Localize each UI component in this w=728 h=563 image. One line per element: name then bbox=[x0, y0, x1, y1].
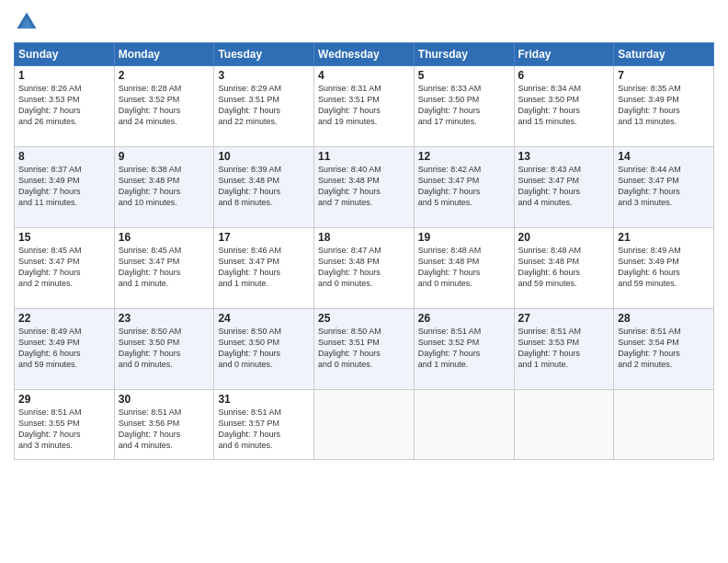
day-info: Sunrise: 8:44 AM Sunset: 3:47 PM Dayligh… bbox=[618, 164, 710, 209]
day-info: Sunrise: 8:51 AM Sunset: 3:57 PM Dayligh… bbox=[218, 407, 310, 452]
day-number: 28 bbox=[618, 312, 710, 325]
calendar-cell: 25Sunrise: 8:50 AM Sunset: 3:51 PM Dayli… bbox=[314, 309, 415, 390]
calendar-cell: 13Sunrise: 8:43 AM Sunset: 3:47 PM Dayli… bbox=[514, 147, 614, 228]
calendar-week-3: 15Sunrise: 8:45 AM Sunset: 3:47 PM Dayli… bbox=[15, 228, 714, 309]
calendar-cell: 10Sunrise: 8:39 AM Sunset: 3:48 PM Dayli… bbox=[214, 147, 314, 228]
calendar-cell: 11Sunrise: 8:40 AM Sunset: 3:48 PM Dayli… bbox=[314, 147, 415, 228]
day-info: Sunrise: 8:37 AM Sunset: 3:49 PM Dayligh… bbox=[18, 164, 110, 209]
day-number: 24 bbox=[218, 312, 310, 325]
day-info: Sunrise: 8:33 AM Sunset: 3:50 PM Dayligh… bbox=[418, 83, 510, 128]
calendar-cell: 8Sunrise: 8:37 AM Sunset: 3:49 PM Daylig… bbox=[15, 147, 115, 228]
calendar-cell: 1Sunrise: 8:26 AM Sunset: 3:53 PM Daylig… bbox=[15, 66, 115, 147]
day-number: 18 bbox=[318, 231, 410, 244]
day-number: 5 bbox=[418, 69, 510, 82]
calendar-cell: 9Sunrise: 8:38 AM Sunset: 3:48 PM Daylig… bbox=[114, 147, 214, 228]
day-number: 26 bbox=[418, 312, 510, 325]
day-number: 21 bbox=[618, 231, 710, 244]
logo bbox=[14, 9, 41, 35]
day-info: Sunrise: 8:38 AM Sunset: 3:48 PM Dayligh… bbox=[119, 164, 210, 209]
day-info: Sunrise: 8:40 AM Sunset: 3:48 PM Dayligh… bbox=[318, 164, 410, 209]
day-number: 12 bbox=[418, 150, 510, 163]
day-number: 25 bbox=[318, 312, 410, 325]
calendar-cell: 3Sunrise: 8:29 AM Sunset: 3:51 PM Daylig… bbox=[214, 66, 314, 147]
calendar-week-1: 1Sunrise: 8:26 AM Sunset: 3:53 PM Daylig… bbox=[15, 66, 714, 147]
weekday-header-friday: Friday bbox=[514, 43, 614, 66]
day-number: 20 bbox=[518, 231, 610, 244]
day-number: 3 bbox=[218, 69, 310, 82]
calendar-cell: 4Sunrise: 8:31 AM Sunset: 3:51 PM Daylig… bbox=[314, 66, 415, 147]
day-number: 9 bbox=[119, 150, 210, 163]
day-number: 1 bbox=[18, 69, 110, 82]
day-number: 6 bbox=[518, 69, 610, 82]
calendar-cell: 16Sunrise: 8:45 AM Sunset: 3:47 PM Dayli… bbox=[114, 228, 214, 309]
day-number: 16 bbox=[119, 231, 210, 244]
weekday-header-wednesday: Wednesday bbox=[314, 43, 415, 66]
day-info: Sunrise: 8:43 AM Sunset: 3:47 PM Dayligh… bbox=[518, 164, 610, 209]
calendar-cell: 26Sunrise: 8:51 AM Sunset: 3:52 PM Dayli… bbox=[414, 309, 514, 390]
day-info: Sunrise: 8:35 AM Sunset: 3:49 PM Dayligh… bbox=[618, 83, 710, 128]
day-info: Sunrise: 8:50 AM Sunset: 3:50 PM Dayligh… bbox=[119, 326, 210, 371]
day-info: Sunrise: 8:50 AM Sunset: 3:51 PM Dayligh… bbox=[318, 326, 410, 371]
day-info: Sunrise: 8:46 AM Sunset: 3:47 PM Dayligh… bbox=[218, 245, 310, 290]
header bbox=[14, 9, 714, 35]
calendar-cell: 29Sunrise: 8:51 AM Sunset: 3:55 PM Dayli… bbox=[15, 390, 115, 460]
day-info: Sunrise: 8:45 AM Sunset: 3:47 PM Dayligh… bbox=[119, 245, 210, 290]
calendar-week-4: 22Sunrise: 8:49 AM Sunset: 3:49 PM Dayli… bbox=[15, 309, 714, 390]
calendar-cell: 20Sunrise: 8:48 AM Sunset: 3:48 PM Dayli… bbox=[514, 228, 614, 309]
day-number: 11 bbox=[318, 150, 410, 163]
calendar-cell: 23Sunrise: 8:50 AM Sunset: 3:50 PM Dayli… bbox=[114, 309, 214, 390]
day-number: 19 bbox=[418, 231, 510, 244]
day-number: 22 bbox=[18, 312, 110, 325]
day-info: Sunrise: 8:28 AM Sunset: 3:52 PM Dayligh… bbox=[119, 83, 210, 128]
day-number: 29 bbox=[18, 393, 110, 406]
calendar-cell: 2Sunrise: 8:28 AM Sunset: 3:52 PM Daylig… bbox=[114, 66, 214, 147]
calendar-cell: 12Sunrise: 8:42 AM Sunset: 3:47 PM Dayli… bbox=[414, 147, 514, 228]
day-info: Sunrise: 8:45 AM Sunset: 3:47 PM Dayligh… bbox=[18, 245, 110, 290]
day-number: 7 bbox=[618, 69, 710, 82]
calendar-cell: 17Sunrise: 8:46 AM Sunset: 3:47 PM Dayli… bbox=[214, 228, 314, 309]
calendar-week-2: 8Sunrise: 8:37 AM Sunset: 3:49 PM Daylig… bbox=[15, 147, 714, 228]
day-info: Sunrise: 8:48 AM Sunset: 3:48 PM Dayligh… bbox=[518, 245, 610, 290]
calendar-cell bbox=[514, 390, 614, 460]
calendar-cell: 18Sunrise: 8:47 AM Sunset: 3:48 PM Dayli… bbox=[314, 228, 415, 309]
calendar-cell: 30Sunrise: 8:51 AM Sunset: 3:56 PM Dayli… bbox=[114, 390, 214, 460]
weekday-header-thursday: Thursday bbox=[414, 43, 514, 66]
calendar-cell bbox=[314, 390, 415, 460]
day-number: 10 bbox=[218, 150, 310, 163]
day-number: 13 bbox=[518, 150, 610, 163]
calendar-cell bbox=[414, 390, 514, 460]
day-info: Sunrise: 8:47 AM Sunset: 3:48 PM Dayligh… bbox=[318, 245, 410, 290]
day-info: Sunrise: 8:51 AM Sunset: 3:52 PM Dayligh… bbox=[418, 326, 510, 371]
day-info: Sunrise: 8:49 AM Sunset: 3:49 PM Dayligh… bbox=[618, 245, 710, 290]
calendar-header-row: SundayMondayTuesdayWednesdayThursdayFrid… bbox=[15, 43, 714, 66]
day-number: 17 bbox=[218, 231, 310, 244]
day-info: Sunrise: 8:29 AM Sunset: 3:51 PM Dayligh… bbox=[218, 83, 310, 128]
day-info: Sunrise: 8:49 AM Sunset: 3:49 PM Dayligh… bbox=[18, 326, 110, 371]
calendar-cell: 31Sunrise: 8:51 AM Sunset: 3:57 PM Dayli… bbox=[214, 390, 314, 460]
day-number: 23 bbox=[119, 312, 210, 325]
day-info: Sunrise: 8:42 AM Sunset: 3:47 PM Dayligh… bbox=[418, 164, 510, 209]
calendar-cell bbox=[614, 390, 714, 460]
day-number: 4 bbox=[318, 69, 410, 82]
calendar-cell: 19Sunrise: 8:48 AM Sunset: 3:48 PM Dayli… bbox=[414, 228, 514, 309]
day-info: Sunrise: 8:26 AM Sunset: 3:53 PM Dayligh… bbox=[18, 83, 110, 128]
calendar-cell: 7Sunrise: 8:35 AM Sunset: 3:49 PM Daylig… bbox=[614, 66, 714, 147]
page: SundayMondayTuesdayWednesdayThursdayFrid… bbox=[0, 0, 728, 563]
day-info: Sunrise: 8:39 AM Sunset: 3:48 PM Dayligh… bbox=[218, 164, 310, 209]
day-number: 15 bbox=[18, 231, 110, 244]
day-number: 2 bbox=[119, 69, 210, 82]
calendar: SundayMondayTuesdayWednesdayThursdayFrid… bbox=[14, 42, 714, 460]
day-info: Sunrise: 8:31 AM Sunset: 3:51 PM Dayligh… bbox=[318, 83, 410, 128]
weekday-header-tuesday: Tuesday bbox=[214, 43, 314, 66]
calendar-cell: 24Sunrise: 8:50 AM Sunset: 3:50 PM Dayli… bbox=[214, 309, 314, 390]
day-info: Sunrise: 8:51 AM Sunset: 3:54 PM Dayligh… bbox=[618, 326, 710, 371]
day-number: 8 bbox=[18, 150, 110, 163]
calendar-cell: 15Sunrise: 8:45 AM Sunset: 3:47 PM Dayli… bbox=[15, 228, 115, 309]
calendar-cell: 5Sunrise: 8:33 AM Sunset: 3:50 PM Daylig… bbox=[414, 66, 514, 147]
logo-icon bbox=[14, 9, 40, 35]
calendar-cell: 28Sunrise: 8:51 AM Sunset: 3:54 PM Dayli… bbox=[614, 309, 714, 390]
day-number: 14 bbox=[618, 150, 710, 163]
calendar-cell: 27Sunrise: 8:51 AM Sunset: 3:53 PM Dayli… bbox=[514, 309, 614, 390]
calendar-week-5: 29Sunrise: 8:51 AM Sunset: 3:55 PM Dayli… bbox=[15, 390, 714, 460]
day-info: Sunrise: 8:51 AM Sunset: 3:56 PM Dayligh… bbox=[119, 407, 210, 452]
